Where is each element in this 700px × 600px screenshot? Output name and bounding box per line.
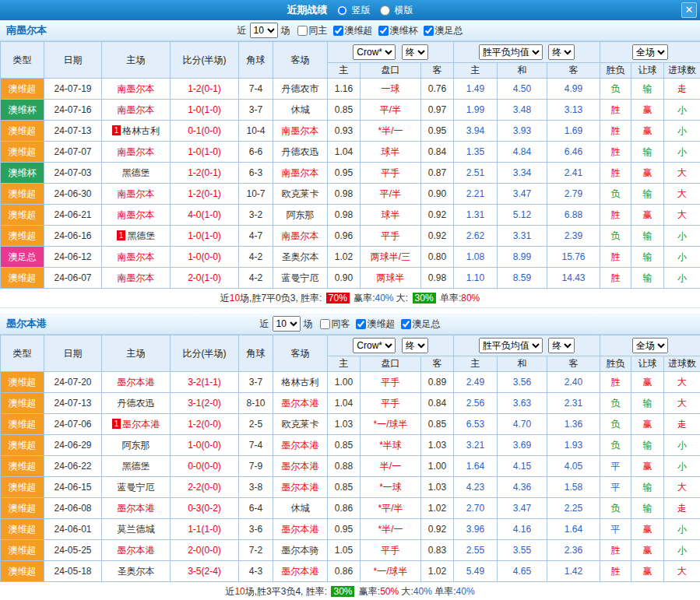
filter-checkbox[interactable]	[378, 26, 389, 36]
date-cell: 24-06-16	[44, 226, 102, 247]
vertical-layout-radio[interactable]	[337, 5, 347, 16]
corner-cell: 10-4	[239, 121, 273, 142]
bookmaker-select[interactable]: Crow*	[353, 338, 396, 353]
filter-checkbox[interactable]	[401, 319, 411, 329]
corner-cell: 3-7	[239, 100, 273, 121]
handicap-cell: *半/一	[361, 121, 421, 142]
avg-draw-cell: 8.99	[498, 247, 547, 268]
date-cell: 24-06-22	[44, 456, 102, 477]
league-cell: 澳维超	[1, 393, 44, 414]
near-count-select[interactable]: 10	[273, 316, 301, 332]
date-cell: 24-06-07	[44, 268, 102, 289]
home-odds-cell: 0.95	[328, 163, 361, 184]
filter-checkbox[interactable]	[333, 26, 343, 36]
handicap-result-cell: 赢	[631, 519, 664, 540]
handicap-cell: 平手	[361, 393, 421, 414]
odds-stage-select[interactable]: 终	[402, 44, 428, 60]
avg-stage-select[interactable]: 终	[548, 44, 575, 60]
avg-away-cell: 2.39	[547, 226, 600, 247]
filter-checkbox[interactable]	[297, 26, 308, 36]
bookmaker-select[interactable]: Crow*	[353, 44, 396, 60]
summary-segment: 30%	[413, 293, 436, 304]
team-link: 南墨尔本	[118, 188, 155, 199]
filter-checkbox[interactable]	[424, 26, 434, 36]
handicap-cell: 平/半	[361, 100, 421, 121]
league-cell: 澳维超	[1, 498, 44, 519]
league-cell: 澳维超	[1, 226, 44, 247]
goals-cell: 小	[664, 142, 700, 163]
filter-澳足总[interactable]: 澳足总	[418, 25, 463, 36]
vertical-layout-label[interactable]: 竖版	[352, 4, 371, 17]
date-cell: 24-07-19	[44, 79, 102, 100]
match-row: 澳维杯24-07-16南墨尔本1-0(1-0)3-7休城0.85平/半0.971…	[1, 100, 700, 121]
away-team-cell: 蓝曼宁厄	[273, 268, 328, 289]
col-result: 胜负	[600, 356, 631, 372]
home-team-cell: 墨尔本港	[102, 372, 171, 393]
avg-home-cell: 2.49	[454, 372, 498, 393]
filter-澳足总[interactable]: 澳足总	[396, 318, 441, 329]
goals-cell: 大	[664, 184, 700, 205]
avg-home-cell: 2.21	[454, 184, 498, 205]
filter-澳维杯[interactable]: 澳维杯	[373, 25, 418, 36]
filter-澳维超[interactable]: 澳维超	[328, 25, 373, 36]
handicap-result-cell: 赢	[631, 163, 664, 184]
horizontal-layout-radio[interactable]	[380, 5, 390, 16]
home-team-cell: 圣奥尔本	[102, 561, 171, 582]
team-link: 阿东那	[122, 440, 150, 451]
summary-segment: 场,胜7平0负3, 胜率:	[240, 292, 325, 305]
score-cell: 2-2(0-0)	[171, 477, 239, 498]
league-cell: 澳维超	[1, 519, 44, 540]
match-row: 澳维超24-07-20墨尔本港3-2(1-1)3-7格林古利1.00平手0.89…	[1, 372, 700, 393]
away-odds-cell: 0.87	[421, 163, 454, 184]
scope-select[interactable]: 全场	[632, 338, 668, 353]
close-icon[interactable]: ✕	[681, 2, 697, 18]
team-link: 休城	[291, 503, 310, 514]
away-odds-cell: 0.92	[421, 205, 454, 226]
league-cell: 澳维超	[1, 435, 44, 456]
avg-home-cell: 1.35	[454, 142, 498, 163]
horizontal-layout-label[interactable]: 横版	[395, 4, 413, 17]
near-count-select[interactable]: 10	[250, 23, 278, 38]
team-link: 墨尔本港	[282, 398, 319, 409]
filter-同客[interactable]: 同客	[315, 318, 350, 329]
avg-type-select[interactable]: 胜平负均值	[479, 338, 543, 353]
summary-segment: 近	[225, 585, 234, 598]
filter-澳维超[interactable]: 澳维超	[350, 318, 396, 329]
avg-stage-select[interactable]: 终	[548, 338, 575, 353]
col-goals: 进球数	[664, 356, 700, 372]
result-cell: 负	[600, 414, 631, 435]
avg-draw-cell: 4.36	[498, 477, 547, 498]
result-cell: 胜	[600, 247, 631, 268]
corner-cell: 7-2	[239, 540, 273, 561]
score-cell: 3-5(2-4)	[171, 561, 239, 582]
team-link: 墨尔本港	[282, 461, 319, 472]
filter-同主[interactable]: 同主	[292, 25, 328, 36]
away-odds-cell: 0.95	[421, 121, 454, 142]
result-cell: 胜	[600, 121, 631, 142]
team-link: 圣奥尔本	[118, 566, 155, 577]
score-cell: 3-2(1-1)	[171, 372, 239, 393]
team-link: 休城	[291, 104, 310, 115]
team-link: 墨尔本港	[118, 503, 155, 514]
scope-select[interactable]: 全场	[632, 44, 668, 60]
odds-stage-select[interactable]: 终	[402, 338, 428, 353]
avg-away-cell: 2.41	[547, 163, 600, 184]
avg-type-select[interactable]: 胜平负均值	[479, 44, 543, 60]
avg-group-header: 胜平负均值 终	[454, 42, 600, 63]
filter-checkbox[interactable]	[320, 319, 330, 329]
avg-home-cell: 1.31	[454, 205, 498, 226]
away-odds-cell: 0.98	[421, 268, 454, 289]
col-score: 比分(半场)	[171, 335, 239, 372]
team-link: 南墨尔本	[118, 104, 155, 115]
summary-segment: 赢率:	[356, 585, 380, 598]
team-link: 格林古利	[122, 125, 160, 136]
match-row: 澳维超24-06-30南墨尔本1-2(0-1)10-7欧克莱卡0.98平/半0.…	[1, 184, 700, 205]
match-row: 澳维超24-06-07南墨尔本2-0(1-0)4-2蓝曼宁厄0.90两球半0.9…	[1, 268, 700, 289]
summary-segment: 大:	[394, 292, 411, 305]
avg-draw-cell: 3.48	[498, 100, 547, 121]
score-cell: 0-1(0-0)	[171, 121, 239, 142]
home-team-cell: 墨尔本港	[102, 498, 171, 519]
score-cell: 1-0(0-0)	[171, 247, 239, 268]
home-team-cell: 南墨尔本	[102, 100, 171, 121]
filter-checkbox[interactable]	[356, 319, 366, 329]
